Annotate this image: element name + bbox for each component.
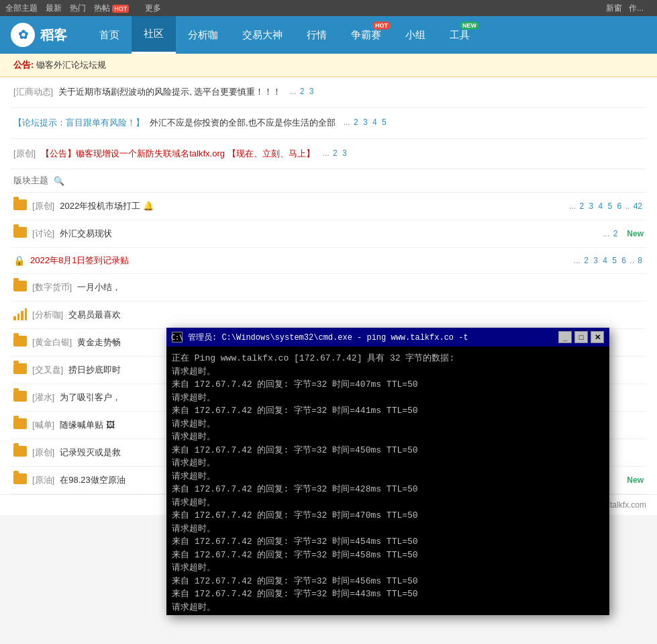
- news-item-2: 【论坛提示：盲目跟单有风险！】 外汇不应是你投资的全部,也不应是你生活的全部 .…: [11, 108, 646, 139]
- post-folder-icon-4: [13, 281, 27, 294]
- news-tag-3: [原创]: [13, 147, 36, 161]
- news-pages-1: ... 2 3: [289, 85, 315, 98]
- post-tag-2: [讨论]: [32, 228, 54, 240]
- post-title-5[interactable]: 交易员最喜欢: [68, 309, 644, 321]
- post-new-2: New: [627, 229, 644, 238]
- post-folder-icon-8: [13, 391, 27, 404]
- post-item-4: [数字货币] 一月小结，: [11, 274, 646, 302]
- cmd-titlebar-text: 管理员: C:\Windows\system32\cmd.exe - ping …: [188, 332, 468, 343]
- cmd-body: 正在 Ping www.talkfx.co [172.67.7.42] 具有 3…: [166, 347, 609, 515]
- post-folder-icon-6: [13, 336, 27, 349]
- post-title-1[interactable]: 2022年投机市场打工 🔔: [60, 200, 564, 212]
- news-pages-3: ... 2 3: [323, 147, 348, 160]
- nav-item-community[interactable]: 社区: [132, 16, 176, 54]
- top-bar: 全部主题 最新 热门 热帖 HOT 更多 新窗 作...: [0, 0, 657, 16]
- nav-item-contest[interactable]: 争霸赛 HOT: [339, 16, 393, 54]
- post-tag-6: [黄金白银]: [32, 336, 72, 349]
- post-title-3[interactable]: 2022年8月1日签到记录贴: [30, 255, 568, 267]
- nav-item-tools[interactable]: 工具 NEW: [438, 16, 482, 54]
- news-tag-2: 【论坛提示：盲目跟单有风险！】: [13, 116, 144, 130]
- nav-item-trading[interactable]: 交易大神: [230, 16, 295, 54]
- nav-item-group[interactable]: 小组: [393, 16, 438, 54]
- contest-hot-badge: HOT: [372, 21, 391, 30]
- search-icon[interactable]: 🔍: [54, 176, 64, 186]
- tools-new-badge: NEW: [460, 21, 479, 30]
- post-new-11: New: [627, 475, 644, 485]
- post-tag-9: [喊单]: [32, 419, 54, 431]
- news-title-3[interactable]: 【公告】锄客现增设一个新防失联域名talkfx.org 【现在、立刻、马上】: [41, 147, 314, 161]
- news-title-2[interactable]: 外汇不应是你投资的全部,也不应是你生活的全部: [150, 116, 336, 130]
- post-tag-10: [原创]: [32, 447, 54, 459]
- cmd-icon: C:\: [172, 332, 183, 342]
- logo-icon: ✿: [11, 23, 35, 47]
- announcement-prefix: 公告:: [13, 60, 34, 70]
- post-pages-2: ... 2: [603, 229, 619, 238]
- post-tag-7: [交叉盘]: [32, 364, 63, 376]
- nav-item-analysis[interactable]: 分析咖: [176, 16, 230, 54]
- top-bar-item-all[interactable]: 全部主题: [5, 3, 38, 14]
- logo-text: 稻客: [40, 26, 67, 44]
- cmd-titlebar: C:\ 管理员: C:\Windows\system32\cmd.exe - p…: [166, 328, 609, 347]
- post-item-3: 🔒 2022年8月1日签到记录贴 ... 2 3 4 5 6 .. 8: [11, 248, 646, 274]
- cmd-close-button[interactable]: ✕: [591, 331, 604, 343]
- announcement: 公告: 锄客外汇论坛坛规: [0, 54, 657, 77]
- post-folder-icon-7: [13, 363, 27, 377]
- news-item-3: [原创] 【公告】锄客现增设一个新防失联域名talkfx.org 【现在、立刻、…: [11, 139, 646, 170]
- cmd-titlebar-buttons: _ □ ✕: [558, 331, 604, 343]
- post-folder-icon-9: [13, 418, 27, 432]
- lock-icon-3: 🔒: [13, 255, 25, 266]
- post-folder-icon-1: [13, 199, 27, 213]
- announcement-text: 锄客外汇论坛坛规: [36, 60, 106, 70]
- post-pages-3: ... 2 3 4 5 6 .. 8: [574, 256, 644, 265]
- cmd-minimize-button[interactable]: _: [558, 331, 572, 343]
- post-folder-icon-2: [13, 227, 27, 240]
- top-bar-item-latest[interactable]: 最新: [46, 3, 62, 14]
- post-title-4[interactable]: 一月小结，: [77, 281, 644, 293]
- news-pages-2: ... 2 3 4 5: [344, 116, 388, 129]
- news-item-1: [汇商动态] 关于近期市场剧烈波动的风险提示, 选平台更要慎重！！！ ... 2…: [11, 77, 646, 108]
- post-tag-5: [分析咖]: [32, 309, 63, 321]
- main-nav: ✿ 稻客 首页 社区 分析咖 交易大神 行情 争霸赛 HOT 小组 工具 NEW: [0, 16, 657, 54]
- nav-items: 首页 社区 分析咖 交易大神 行情 争霸赛 HOT 小组 工具 NEW: [87, 16, 657, 54]
- post-tag-8: [灌水]: [32, 392, 54, 404]
- post-tag-11: [原油]: [32, 474, 54, 486]
- post-item-5: [分析咖] 交易员最喜欢: [11, 302, 646, 329]
- news-tag-1: [汇商动态]: [13, 85, 53, 99]
- post-barchart-icon-5: [13, 308, 27, 322]
- nav-item-market[interactable]: 行情: [295, 16, 339, 54]
- cmd-titlebar-left: C:\ 管理员: C:\Windows\system32\cmd.exe - p…: [172, 332, 468, 343]
- post-folder-icon-10: [13, 446, 27, 459]
- logo[interactable]: ✿ 稻客: [0, 23, 87, 47]
- news-title-1[interactable]: 关于近期市场剧烈波动的风险提示, 选平台更要慎重！！！: [58, 85, 281, 99]
- post-pages-1: ... 2 3 4 5 6 .. 42: [569, 201, 644, 211]
- post-folder-icon-11: [13, 473, 27, 487]
- post-item-1: [原创] 2022年投机市场打工 🔔 ... 2 3 4 5 6 .. 42: [11, 193, 646, 220]
- post-tag-1: [原创]: [32, 200, 54, 212]
- section-label: 版块主题: [13, 175, 48, 187]
- post-item-2: [讨论] 外汇交易现状 ... 2 New: [11, 220, 646, 248]
- footer-text: talkfx.com: [610, 500, 646, 510]
- post-title-2[interactable]: 外汇交易现状: [60, 228, 597, 240]
- top-bar-item-hotpost[interactable]: 热帖 HOT: [94, 3, 137, 14]
- cmd-window[interactable]: C:\ 管理员: C:\Windows\system32\cmd.exe - p…: [166, 328, 609, 515]
- post-tag-4: [数字货币]: [32, 281, 72, 293]
- top-bar-right: 新窗 作...: [606, 3, 644, 14]
- top-bar-item-hot[interactable]: 热门: [70, 3, 86, 14]
- cmd-maximize-button[interactable]: □: [574, 331, 588, 343]
- top-bar-item-more[interactable]: 更多: [145, 3, 161, 14]
- section-header: 版块主题 🔍: [11, 169, 646, 193]
- nav-item-home[interactable]: 首页: [87, 16, 132, 54]
